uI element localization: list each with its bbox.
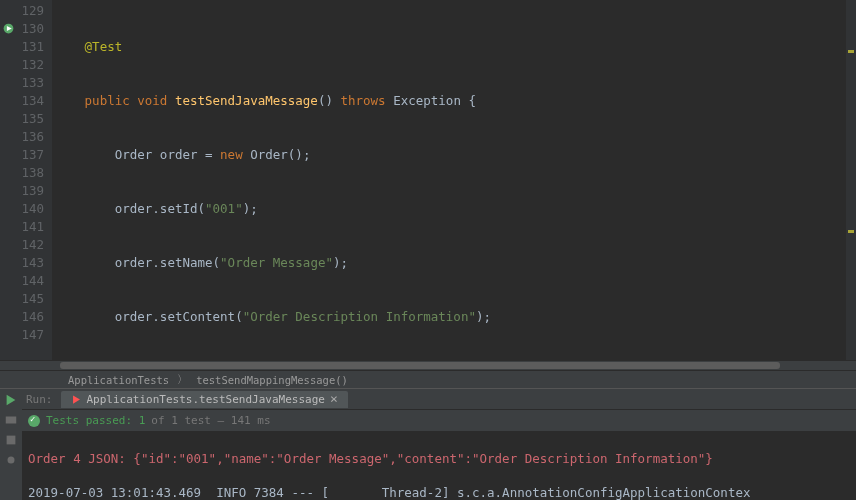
run-tabs: Run: ApplicationTests.testSendJavaMessag…: [22, 389, 856, 409]
method-setname: setName: [160, 255, 213, 270]
gutter-line[interactable]: 145: [4, 290, 44, 308]
svg-rect-4: [7, 436, 16, 445]
str: "Order Description Information": [243, 309, 476, 324]
var-order: order: [160, 147, 198, 162]
annotation: @Test: [85, 39, 123, 54]
method-setid: setId: [160, 201, 198, 216]
crumb-sep: 〉: [177, 373, 188, 387]
keyword-throws: throws: [340, 93, 385, 108]
check-icon: [28, 415, 40, 427]
str: "001": [205, 201, 243, 216]
breadcrumbs[interactable]: ApplicationTests 〉 testSendMappingMessag…: [0, 370, 856, 388]
run-tool-window: Run: ApplicationTests.testSendJavaMessag…: [0, 388, 856, 500]
recv: order: [115, 255, 153, 270]
gutter-line[interactable]: 130: [4, 20, 44, 38]
gutter-line[interactable]: 137: [4, 146, 44, 164]
type-exception: Exception: [393, 93, 461, 108]
svg-rect-3: [6, 417, 17, 424]
gutter-line[interactable]: 134: [4, 92, 44, 110]
horizontal-scrollbar[interactable]: [0, 360, 856, 370]
gutter-line[interactable]: 147: [4, 326, 44, 344]
ctor-order: Order: [250, 147, 288, 162]
console-output[interactable]: Order 4 JSON: {"id":"001","name":"Order …: [22, 431, 856, 500]
svg-point-5: [8, 457, 15, 464]
gutter-line[interactable]: 139: [4, 182, 44, 200]
scrollbar-thumb[interactable]: [60, 362, 780, 369]
tests-passed-label: Tests passed:: [46, 414, 132, 427]
gutter-line[interactable]: 138: [4, 164, 44, 182]
close-icon[interactable]: ×: [330, 394, 338, 404]
gutter-line[interactable]: 135: [4, 110, 44, 128]
gutter-line[interactable]: 143: [4, 254, 44, 272]
recv: order: [115, 309, 153, 324]
gutter-line[interactable]: 133: [4, 74, 44, 92]
method-setcontent: setContent: [160, 309, 235, 324]
tests-total: of 1 test: [151, 414, 211, 427]
type-order: Order: [115, 147, 153, 162]
tests-timing: – 141 ms: [218, 414, 271, 427]
gutter-line[interactable]: 131: [4, 38, 44, 56]
run-tab-label: ApplicationTests.testSendJavaMessage: [87, 393, 325, 406]
keyword-public: public: [85, 93, 130, 108]
stop-icon[interactable]: [4, 433, 18, 447]
console-line-err: Order 4 JSON: {"id":"001","name":"Order …: [28, 450, 850, 467]
keyword-void: void: [137, 93, 167, 108]
test-config-icon: [71, 394, 82, 405]
gutter-line[interactable]: 140: [4, 200, 44, 218]
keyword-new: new: [220, 147, 243, 162]
tests-status-bar: Tests passed: 1 of 1 test – 141 ms: [22, 409, 856, 431]
gutter-line[interactable]: 129: [4, 2, 44, 20]
gutter: 1291301311321331341351361371381391401411…: [0, 0, 52, 360]
pin-icon[interactable]: [4, 453, 18, 467]
error-stripe[interactable]: [846, 0, 856, 360]
svg-marker-6: [73, 395, 80, 403]
recv: order: [115, 201, 153, 216]
gutter-line[interactable]: 146: [4, 308, 44, 326]
gutter-line[interactable]: 136: [4, 128, 44, 146]
gutter-line[interactable]: 142: [4, 236, 44, 254]
console-line: 2019-07-03 13:01:43.469 INFO 7384 --- [ …: [28, 484, 850, 500]
run-toolbar: [0, 389, 22, 500]
toggle-tests-icon[interactable]: [4, 413, 18, 427]
run-tab-active[interactable]: ApplicationTests.testSendJavaMessage ×: [61, 391, 348, 408]
run-test-icon[interactable]: [2, 22, 15, 35]
gutter-line[interactable]: 141: [4, 218, 44, 236]
crumb-class[interactable]: ApplicationTests: [60, 374, 177, 386]
svg-marker-2: [7, 395, 16, 406]
gutter-line[interactable]: 144: [4, 272, 44, 290]
str: "Order Message": [220, 255, 333, 270]
code-editor[interactable]: 1291301311321331341351361371381391401411…: [0, 0, 856, 360]
crumb-method[interactable]: testSendMappingMessage(): [188, 374, 356, 386]
code-area[interactable]: @Test public void testSendJavaMessage() …: [52, 0, 856, 360]
gutter-line[interactable]: 132: [4, 56, 44, 74]
tests-count: 1: [139, 414, 146, 427]
run-label: Run:: [26, 393, 61, 406]
method-name: testSendJavaMessage: [175, 93, 318, 108]
rerun-icon[interactable]: [4, 393, 18, 407]
